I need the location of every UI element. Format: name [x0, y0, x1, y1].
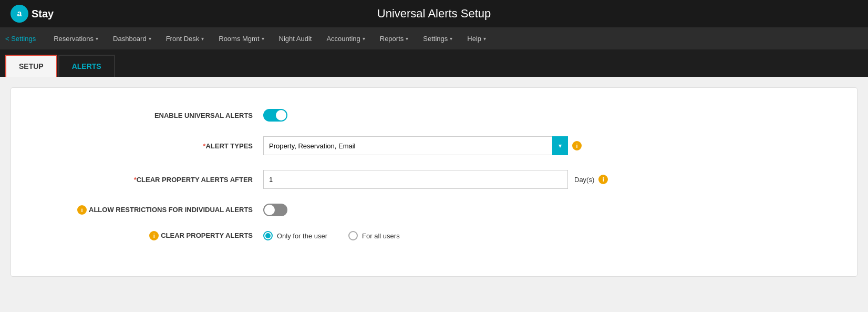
logo-text: Stay	[32, 8, 54, 20]
restrictions-control	[263, 204, 825, 216]
clear-alerts-info-icon[interactable]: i	[149, 231, 159, 240]
enable-alerts-control	[263, 109, 825, 122]
restrictions-row: iALLOW RESTRICTIONS FOR INDIVIDUAL ALERT…	[43, 204, 825, 216]
clear-alerts-row: iCLEAR PROPERTY ALERTS Only for the user…	[43, 231, 825, 240]
logo-icon: a	[11, 5, 28, 23]
clear-after-info-icon[interactable]: i	[598, 175, 608, 184]
nav-item-reports[interactable]: Reports ▾	[373, 27, 416, 49]
clear-alerts-label: iCLEAR PROPERTY ALERTS	[43, 231, 263, 240]
enable-alerts-label: ENABLE UNIVERSAL ALERTS	[43, 112, 263, 119]
nav-item-accounting[interactable]: Accounting ▾	[319, 27, 372, 49]
toggle-slider[interactable]	[263, 109, 287, 122]
clear-alerts-radio-group: Only for the user For all users	[263, 231, 400, 240]
tab-setup[interactable]: SETUP	[5, 55, 57, 77]
alert-types-select[interactable]: Property, Reservation, Email	[263, 136, 568, 155]
logo-area: a Stay	[11, 5, 54, 23]
nav-bar: < Settings Reservations ▾ Dashboard ▾ Fr…	[0, 27, 868, 49]
radio-circle-unselected[interactable]	[348, 231, 358, 240]
chevron-down-icon: ▾	[363, 36, 365, 42]
nav-item-reservations[interactable]: Reservations ▾	[46, 27, 106, 49]
alert-types-select-wrapper: Property, Reservation, Email ▾	[263, 136, 568, 155]
chevron-down-icon: ▾	[450, 36, 452, 42]
days-label: Day(s)	[574, 176, 594, 184]
clear-after-row: *CLEAR PROPERTY ALERTS AFTER Day(s) i	[43, 170, 825, 189]
toggle-slider-off[interactable]	[263, 204, 287, 216]
restrictions-toggle[interactable]	[263, 204, 287, 216]
alert-types-control: Property, Reservation, Email ▾ i	[263, 136, 825, 155]
chevron-down-icon: ▾	[262, 36, 264, 42]
alert-types-row: *ALERT TYPES Property, Reservation, Emai…	[43, 136, 825, 155]
chevron-down-icon: ▾	[406, 36, 408, 42]
clear-after-control: Day(s) i	[263, 170, 825, 189]
tab-bar: SETUP ALERTS	[0, 49, 868, 77]
chevron-down-icon: ▾	[149, 36, 151, 42]
alert-types-info-icon[interactable]: i	[572, 141, 582, 150]
enable-alerts-row: ENABLE UNIVERSAL ALERTS	[43, 109, 825, 122]
enable-alerts-toggle[interactable]	[263, 109, 287, 122]
nav-item-frontdesk[interactable]: Front Desk ▾	[159, 27, 212, 49]
radio-all-users[interactable]: For all users	[348, 231, 400, 240]
main-content: ENABLE UNIVERSAL ALERTS *ALERT TYPES Pro…	[0, 77, 868, 287]
chevron-down-icon: ▾	[483, 36, 486, 42]
radio-only-user[interactable]: Only for the user	[263, 231, 327, 240]
clear-after-input[interactable]	[263, 170, 568, 189]
radio-circle-selected[interactable]	[263, 231, 273, 240]
nav-item-nightaudit[interactable]: Night Audit	[272, 27, 319, 49]
form-card: ENABLE UNIVERSAL ALERTS *ALERT TYPES Pro…	[11, 87, 857, 277]
restrictions-info-icon[interactable]: i	[77, 205, 87, 215]
clear-alerts-control: Only for the user For all users	[263, 231, 825, 240]
restrictions-label: iALLOW RESTRICTIONS FOR INDIVIDUAL ALERT…	[43, 205, 263, 215]
chevron-down-icon: ▾	[96, 36, 98, 42]
chevron-down-icon: ▾	[201, 36, 204, 42]
nav-item-settings[interactable]: Settings ▾	[416, 27, 460, 49]
alert-types-label: *ALERT TYPES	[43, 142, 263, 150]
nav-item-help[interactable]: Help ▾	[460, 27, 493, 49]
nav-item-dashboard[interactable]: Dashboard ▾	[106, 27, 159, 49]
settings-back-link[interactable]: < Settings	[5, 35, 36, 43]
nav-item-roomsmgmt[interactable]: Rooms Mgmt ▾	[211, 27, 271, 49]
clear-after-label: *CLEAR PROPERTY ALERTS AFTER	[43, 176, 263, 184]
tab-alerts[interactable]: ALERTS	[58, 55, 115, 77]
top-header: a Stay Universal Alerts Setup	[0, 0, 868, 27]
page-title: Universal Alerts Setup	[377, 7, 491, 21]
